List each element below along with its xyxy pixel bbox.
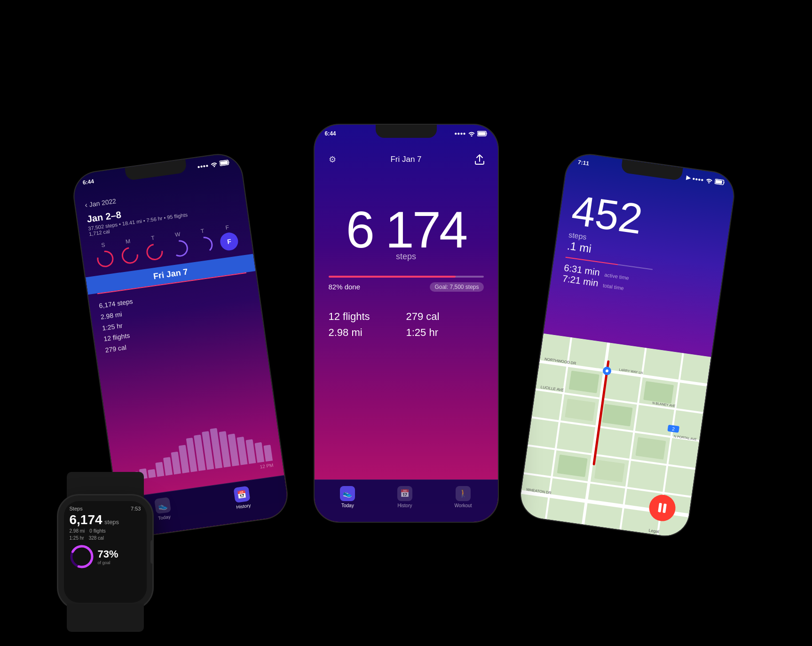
progress-area: 82% done Goal: 7,500 steps — [315, 262, 498, 292]
day-ring-m — [119, 245, 140, 265]
steps-number: 6 174 — [315, 204, 498, 255]
svg-rect-10 — [715, 180, 722, 184]
tab-today-label: Today — [341, 503, 354, 508]
tab-workout[interactable]: 🚶 Workout — [455, 486, 472, 508]
center-wifi-icon — [468, 131, 475, 136]
wifi-icon — [210, 161, 218, 167]
svg-rect-43 — [662, 503, 667, 513]
watch-flights: 0 flights — [89, 528, 105, 534]
progress-pct: 82% done — [329, 283, 361, 291]
watch-pct-label: of goal — [98, 560, 118, 565]
pause-icon — [657, 502, 667, 513]
tab-history-icon: 📅 — [397, 486, 412, 501]
right-map: NORTHWOOD DR LUCILLE AVE LARRY WAY LN N … — [518, 333, 711, 538]
center-date-title: Fri Jan 7 — [390, 155, 421, 164]
chart-bar — [155, 462, 164, 477]
scene: 6:44 ●●●● ‹ Jan 2022 Jan 2–8 37,502 step… — [0, 0, 812, 646]
chart-bar — [148, 469, 156, 478]
center-stat-mi: 2.98 mi — [329, 327, 406, 339]
watch-steps-unit: steps — [104, 518, 119, 526]
big-steps: 6 174 steps — [315, 204, 498, 262]
day-t1: T — [143, 233, 165, 262]
right-location-icon: ▶ — [686, 174, 691, 181]
chart-bar — [171, 452, 181, 474]
gear-icon[interactable]: ⚙ — [326, 153, 339, 166]
steps-label: steps — [315, 252, 498, 262]
tab-today[interactable]: 👟 Today — [340, 486, 355, 508]
history-icon: 📅 — [233, 486, 250, 502]
center-stat-flights: 12 flights — [329, 311, 406, 323]
center-phone-screen: 6:44 ●●●● ⚙ Fri Jan 7 6 174 — [315, 125, 498, 522]
day-w: W — [168, 230, 189, 258]
watch-pct-area: 73% of goal — [98, 548, 118, 565]
day-t2: T — [193, 226, 214, 255]
battery-icon — [219, 159, 230, 166]
right-battery-icon — [714, 178, 725, 185]
right-signal: ●●●● — [692, 175, 703, 182]
tab-history-label: History — [397, 503, 412, 508]
progress-fill — [329, 276, 456, 278]
watch-pct: 73% — [98, 548, 118, 560]
day-f-circle: F — [219, 231, 239, 251]
left-tab-history-label: History — [236, 502, 251, 510]
day-ring-t2 — [194, 235, 214, 255]
right-status-time: 7:11 — [577, 159, 590, 167]
watch-sub-stats-2: 1:25 hr 328 cal — [70, 535, 141, 541]
right-status-bar: 7:11 ▶ ●●●● — [567, 157, 735, 187]
right-phone: 7:11 ▶ ●●●● 452 steps .1 mi — [518, 152, 736, 539]
signal-icon: ●●●● — [197, 162, 208, 169]
svg-point-2 — [96, 250, 113, 267]
day-ring-w — [169, 238, 189, 258]
progress-goal: Goal: 7,500 steps — [430, 282, 483, 292]
today-icon: 👟 — [154, 497, 171, 514]
watch-steps-num: 6,174 — [70, 512, 102, 527]
progress-info: 82% done Goal: 7,500 steps — [329, 282, 484, 292]
svg-point-4 — [146, 243, 163, 260]
tab-history[interactable]: 📅 History — [397, 486, 412, 508]
left-tab-today[interactable]: 👟 Today — [154, 497, 172, 521]
watch-ring-svg — [70, 544, 94, 569]
svg-point-6 — [196, 236, 213, 253]
chart-time-end: 12 PM — [259, 462, 273, 469]
day-ring-s — [95, 248, 115, 269]
center-stat-hr: 1:25 hr — [406, 327, 484, 339]
watch-steps-area: 6,174 steps — [70, 513, 141, 526]
center-battery-icon — [477, 131, 488, 136]
left-tab-history[interactable]: 📅 History — [233, 486, 251, 510]
svg-rect-8 — [478, 132, 485, 135]
watch-time: 7:53 — [131, 506, 141, 511]
watch-sub-stats: 2.98 mi 0 flights — [70, 528, 141, 534]
watch-label: Steps — [70, 506, 83, 511]
back-arrow-icon: ‹ — [84, 200, 88, 209]
watch-ring-area: 73% of goal — [70, 544, 141, 569]
map-svg: NORTHWOOD DR LUCILLE AVE LARRY WAY LN N … — [518, 333, 711, 538]
chart-bar — [254, 442, 264, 463]
watch-cal: 328 cal — [89, 535, 104, 541]
right-total-label: total time — [602, 282, 624, 291]
status-time: 6:44 — [82, 178, 94, 186]
center-status-time: 6:44 — [325, 130, 336, 137]
watch-band-bottom — [67, 604, 144, 632]
day-ring-t1 — [144, 242, 165, 262]
center-tab-bar: 👟 Today 📅 History 🚶 Workout — [315, 479, 498, 522]
tab-workout-icon: 🚶 — [456, 486, 471, 501]
center-stat-cal: 279 cal — [406, 311, 484, 323]
right-wifi-icon — [705, 177, 713, 183]
watch-mi: 2.98 mi — [70, 528, 85, 534]
svg-point-3 — [121, 247, 138, 263]
tab-today-icon: 👟 — [340, 486, 355, 501]
day-f: F F — [218, 223, 239, 251]
center-status-bar: 6:44 ●●●● — [315, 130, 498, 137]
right-phone-screen: 7:11 ▶ ●●●● 452 steps .1 mi — [518, 152, 736, 539]
watch-body: Steps 7:53 6,174 steps 2.98 mi 0 flights… — [58, 495, 152, 608]
day-m: M — [118, 237, 140, 265]
share-icon[interactable] — [473, 153, 486, 166]
day-s: S — [94, 240, 115, 269]
svg-rect-42 — [658, 502, 662, 512]
watch-top-row: Steps 7:53 — [70, 506, 141, 511]
apple-watch: Steps 7:53 6,174 steps 2.98 mi 0 flights… — [58, 495, 152, 608]
right-top: 7:11 ▶ ●●●● 452 steps .1 mi — [543, 152, 736, 357]
progress-track — [329, 276, 484, 278]
svg-point-5 — [171, 240, 188, 257]
left-tab-today-label: Today — [158, 514, 171, 521]
